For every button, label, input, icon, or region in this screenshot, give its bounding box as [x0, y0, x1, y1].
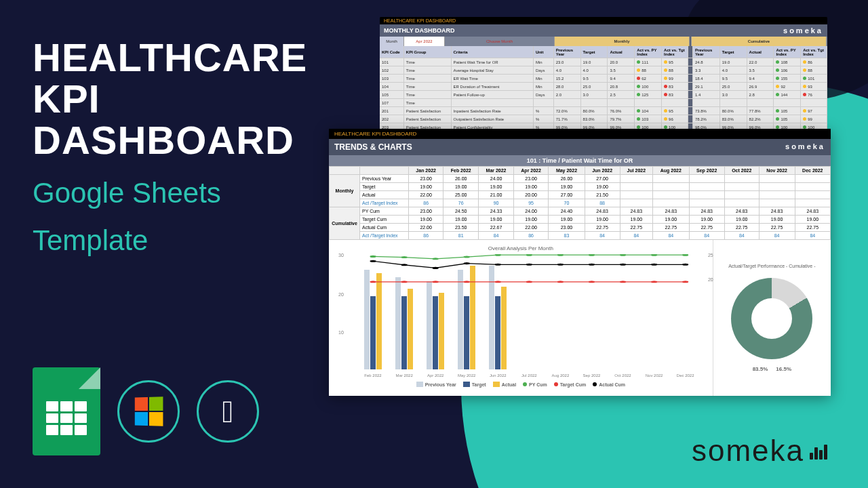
data-table: Jan 2022Feb 2022Mar 2022Apr 2022May 2022…	[329, 166, 831, 240]
kpi-row: 104TimeER Duration of TreatmentMin28.025…	[380, 83, 827, 91]
screenshot-monthly-dashboard: HEALTHCARE KPI DASHBOARD MONTHLY DASHBOA…	[380, 17, 827, 131]
leg-pycum: PY Cum	[529, 382, 547, 387]
kpi-row: 102TimeAverage Hospital StayDays4.04.03.…	[380, 66, 827, 75]
kpi-rows: 101TimePatient Wait Time for ORMin23.019…	[380, 58, 827, 131]
month-value[interactable]: Apr 2022	[404, 37, 445, 46]
col-m-idx1: Act vs. PY Index	[635, 46, 662, 58]
heading-1-text: MONTHLY DASHBOARD	[384, 27, 455, 34]
choose-month-hint: Choose Month	[445, 37, 555, 46]
kpi-subtitle: 101 : Time / Patient Wait Time for OR	[329, 155, 831, 166]
ytick-10: 10	[338, 330, 344, 335]
ytick-r20: 20	[708, 277, 713, 282]
charts-area: Overall Analysis Per Month 30 20 10 25 2…	[329, 240, 831, 396]
kpi-row: 103TimeER Wait TimeMin15.29.59.4629918.4…	[380, 75, 827, 83]
col-m-prev: Previous Year	[554, 46, 581, 58]
col-headers: KPI Code KPI Group Criteria Unit Previou…	[380, 46, 827, 58]
col-m-tgt: Target	[581, 46, 608, 58]
donut-legend: 83.5% 16.5%	[753, 366, 791, 372]
col-c-prev: Previous Year	[693, 46, 720, 58]
col-kpi-group: KPI Group	[404, 46, 452, 58]
col-m-idx2: Act vs. Tgt Index	[662, 46, 688, 58]
col-unit: Unit	[534, 46, 554, 58]
windows-icon	[117, 380, 180, 443]
apple-icon: 	[197, 380, 259, 443]
bar-line-chart: Overall Analysis Per Month 30 20 10 25 2…	[329, 240, 713, 396]
kpi-row: 101TimePatient Wait Time for ORMin23.019…	[380, 58, 827, 66]
kpi-row: 107Time	[380, 99, 827, 107]
group-cumulative: Cumulative	[692, 37, 827, 46]
chart1-legend: Previous Year Target Actual PY Cum Targe…	[337, 382, 705, 387]
kpi-row: 201Patient SatisfactionInpatient Satisfa…	[380, 107, 827, 115]
brand-chart-icon	[810, 442, 827, 460]
leg-actcum: Actual Cum	[599, 382, 625, 387]
badge-1: HEALTHCARE KPI DASHBOARD	[380, 17, 827, 24]
someka-brand-1: someka	[783, 26, 823, 35]
col-c-act: Actual	[747, 46, 774, 58]
hero-text: HEALTHCARE KPI DASHBOARD Google Sheets T…	[33, 37, 358, 256]
donut-leg-2: 16.5%	[776, 366, 791, 372]
donut-ring	[731, 278, 812, 359]
ytick-20: 20	[338, 292, 344, 297]
leg-prev: Previous Year	[425, 382, 456, 387]
ytick-r25: 25	[708, 253, 713, 258]
kpi-row: 105TimePatient Follow-upDays2.03.02.5125…	[380, 91, 827, 99]
donut-leg-1: 83.5%	[753, 366, 768, 372]
platform-icons: 	[33, 367, 259, 455]
col-c-idx2: Act vs. Tgt Index	[801, 46, 827, 58]
col-m-act: Actual	[608, 46, 635, 58]
month-selector-row: Month Apr 2022 Choose Month Monthly Cumu…	[380, 37, 827, 46]
google-sheets-icon	[33, 367, 100, 455]
brand-text: someka	[692, 434, 804, 468]
hero-sub-2: Template	[33, 225, 358, 256]
someka-brand-main: someka	[692, 434, 827, 468]
heading-1: MONTHLY DASHBOARD someka	[380, 24, 827, 37]
col-c-idx1: Act vs. PY Index	[774, 46, 801, 58]
chart2-title: Actual/Target Performance - Cumulative -	[728, 264, 815, 268]
group-monthly: Monthly	[555, 37, 690, 46]
plot-area: 30 20 10 25 20 Feb 2022Mar 2022Apr 2022M…	[357, 254, 701, 369]
heading-2: TRENDS & CHARTS someka	[329, 139, 831, 155]
leg-act: Actual	[502, 382, 516, 387]
hero-sub-1: Google Sheets	[33, 178, 358, 209]
month-label: Month	[380, 37, 404, 46]
kpi-row: 202Patient SatisfactionOutpatient Satisf…	[380, 115, 827, 123]
donut-chart: Actual/Target Performance - Cumulative -…	[713, 240, 831, 396]
col-kpi-code: KPI Code	[380, 46, 404, 58]
chart1-title: Overall Analysis Per Month	[337, 245, 705, 251]
hero-title-2: KPI	[33, 79, 358, 120]
screenshot-trends-charts: HEALTHCARE KPI DASHBOARD TRENDS & CHARTS…	[329, 129, 831, 396]
leg-tgtcum: Target Cum	[560, 382, 586, 387]
someka-brand-2: someka	[785, 142, 825, 152]
hero-title-3: DASHBOARD	[33, 120, 358, 161]
leg-tgt: Target	[472, 382, 486, 387]
col-criteria: Criteria	[452, 46, 534, 58]
hero-title-1: HEALTHCARE	[33, 37, 358, 79]
badge-2: HEALTHCARE KPI DASHBOARD	[329, 129, 831, 139]
col-c-tgt: Target	[720, 46, 747, 58]
